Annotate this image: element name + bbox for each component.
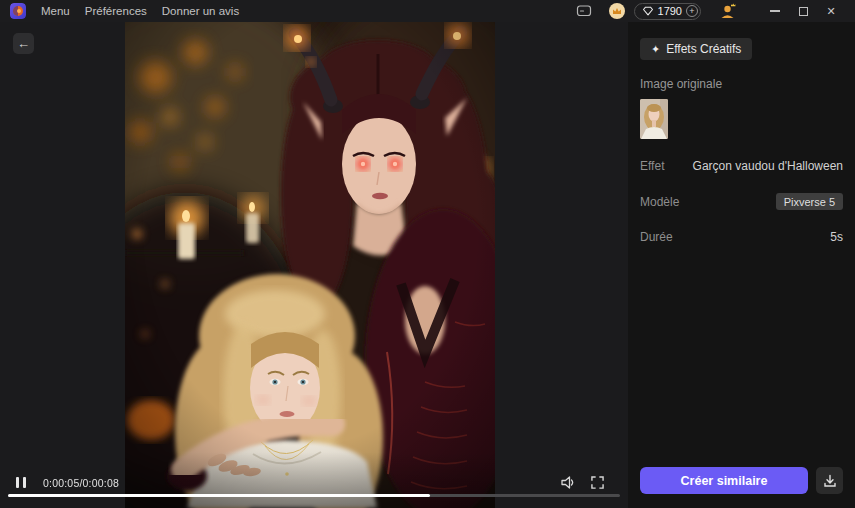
playback-time: 0:00:05/0:00:08 — [43, 477, 119, 489]
titlebar: Menu Préférences Donner un avis 1790 — [0, 0, 855, 22]
progress-fill — [8, 494, 430, 497]
minimize-icon — [770, 10, 780, 12]
minimize-button[interactable] — [761, 0, 789, 22]
close-icon: ✕ — [826, 5, 835, 18]
credits-amount: 1790 — [658, 5, 682, 17]
download-button[interactable] — [816, 467, 843, 494]
effect-value: Garçon vaudou d'Halloween — [693, 159, 843, 173]
app-logo-icon — [10, 3, 26, 19]
pause-button[interactable] — [16, 477, 26, 488]
player-controls-right — [560, 475, 604, 490]
video-artwork — [125, 22, 495, 508]
give-feedback-button[interactable]: Donner un avis — [162, 5, 239, 17]
model-label: Modèle — [640, 195, 679, 209]
duration-label: Durée — [640, 230, 673, 244]
pause-icon — [16, 477, 19, 488]
duration-row: Durée 5s — [640, 230, 843, 244]
details-panel: ✦ Effets Créatifs Image originale Effet … — [628, 22, 855, 508]
player-controls: 0:00:05/0:00:08 — [16, 475, 604, 490]
membership-crown-icon[interactable] — [609, 3, 625, 19]
add-credits-icon[interactable]: + — [686, 5, 698, 17]
volume-button[interactable] — [560, 475, 576, 490]
panel-actions: Créer similaire — [640, 467, 843, 494]
creative-effects-label: Effets Créatifs — [666, 42, 741, 56]
create-similar-button[interactable]: Créer similaire — [640, 467, 808, 494]
account-icon[interactable] — [719, 3, 737, 19]
creative-effects-button[interactable]: ✦ Effets Créatifs — [640, 38, 752, 60]
menu-button[interactable]: Menu — [41, 5, 70, 17]
back-button[interactable]: ← — [13, 33, 34, 54]
video-player: ← — [0, 22, 628, 508]
maximize-button[interactable] — [789, 0, 817, 22]
duration-value: 5s — [830, 230, 843, 244]
thumbnail-portrait — [640, 99, 668, 139]
sparkle-icon: ✦ — [651, 43, 660, 56]
maximize-icon — [799, 7, 808, 16]
preferences-button[interactable]: Préférences — [85, 5, 147, 17]
main-area: ← — [0, 22, 855, 508]
original-image-thumbnail[interactable] — [640, 99, 668, 139]
download-icon — [823, 474, 837, 488]
original-image-label: Image originale — [640, 77, 843, 91]
back-arrow-icon: ← — [17, 36, 30, 51]
credits-counter[interactable]: 1790 + — [634, 3, 701, 20]
app-window: Menu Préférences Donner un avis 1790 — [0, 0, 855, 508]
titlebar-right: 1790 + ✕ — [576, 0, 845, 22]
message-icon[interactable] — [576, 4, 592, 18]
model-row: Modèle Pixverse 5 — [640, 193, 843, 210]
titlebar-left: Menu Préférences Donner un avis — [10, 3, 239, 19]
video-frame[interactable] — [125, 22, 495, 508]
close-button[interactable]: ✕ — [817, 0, 845, 22]
diamond-icon — [642, 6, 654, 16]
fullscreen-button[interactable] — [591, 476, 604, 489]
effect-label: Effet — [640, 159, 664, 173]
effect-row: Effet Garçon vaudou d'Halloween — [640, 159, 843, 173]
seek-bar[interactable] — [8, 494, 620, 497]
model-badge: Pixverse 5 — [776, 193, 843, 210]
